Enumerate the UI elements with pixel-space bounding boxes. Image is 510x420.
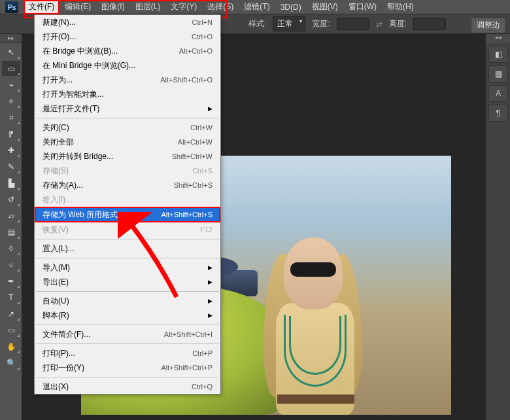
tool-dodge[interactable]: ○ xyxy=(2,257,20,272)
menu-item-label: 存储为(A)... xyxy=(42,180,174,191)
menubar-item-3[interactable]: 图层(L) xyxy=(130,0,166,14)
menubar-item-5[interactable]: 选择(S) xyxy=(202,0,239,14)
menu-item-label: 置入(L)... xyxy=(42,243,212,254)
menu-item-1[interactable]: 打开(O)...Ctrl+O xyxy=(35,29,220,44)
tool-blur[interactable]: ◊ xyxy=(2,241,20,256)
right-panel-dock: ◂◂ ◧▦A¶ xyxy=(485,34,510,420)
menubar-item-8[interactable]: 视图(V) xyxy=(307,0,343,14)
tool-flyout-indicator xyxy=(17,220,20,222)
panel-character[interactable]: A xyxy=(488,85,508,102)
tool-flyout-indicator xyxy=(17,367,20,370)
menu-item-label: 存储(S) xyxy=(42,166,192,177)
menu-item-label: 自动(U) xyxy=(42,296,204,307)
panel-paragraph[interactable]: ¶ xyxy=(488,105,508,122)
menu-separator xyxy=(36,258,219,258)
toolbox-collapse[interactable]: ▸▸ xyxy=(0,34,22,43)
height-input[interactable] xyxy=(413,18,446,30)
menu-item-label: 打开为... xyxy=(42,75,160,86)
menubar-item-9[interactable]: 窗口(W) xyxy=(343,0,382,14)
tool-history-brush[interactable]: ↺ xyxy=(2,192,20,207)
menu-item-14[interactable]: 存储为 Web 所用格式...Alt+Shift+Ctrl+S xyxy=(35,207,220,222)
menu-separator xyxy=(36,118,219,118)
tool-gradient[interactable]: ▤ xyxy=(2,224,20,239)
tool-hand[interactable]: ✋ xyxy=(2,339,20,354)
panel-swatches[interactable]: ▦ xyxy=(488,65,508,82)
menu-item-label: 在 Mini Bridge 中浏览(G)... xyxy=(42,60,212,71)
width-input[interactable] xyxy=(337,18,369,30)
menu-item-2[interactable]: 在 Bridge 中浏览(B)...Alt+Ctrl+O xyxy=(35,44,220,58)
tool-magic-wand[interactable]: ✧ xyxy=(2,94,20,109)
menu-item-label: 打印(P)... xyxy=(42,348,192,359)
tool-flyout-indicator xyxy=(17,334,20,337)
tool-eraser[interactable]: ▱ xyxy=(2,208,20,223)
tool-flyout-indicator xyxy=(17,171,20,173)
menubar-item-7[interactable]: 3D(D) xyxy=(275,1,307,14)
menu-item-0[interactable]: 新建(N)...Ctrl+N xyxy=(35,15,220,29)
adjust-edge-button[interactable]: 调整边 xyxy=(471,17,506,33)
chevron-down-icon: ▾ xyxy=(299,18,302,24)
panel-color[interactable]: ◧ xyxy=(488,46,508,63)
menu-item-11: 存储(S)Ctrl+S xyxy=(35,164,220,178)
menu-item-label: 关闭(C) xyxy=(42,122,190,133)
menubar-item-1[interactable]: 编辑(E) xyxy=(60,0,96,14)
submenu-arrow-icon: ▶ xyxy=(208,279,212,285)
style-label: 样式: xyxy=(248,18,266,29)
menu-item-30[interactable]: 退出(X)Ctrl+Q xyxy=(35,379,220,394)
menu-item-10[interactable]: 关闭并转到 Bridge...Shift+Ctrl+W xyxy=(35,149,220,164)
tool-brush[interactable]: ✎ xyxy=(2,159,20,174)
menu-item-28[interactable]: 打印一份(Y)Alt+Shift+Ctrl+P xyxy=(35,360,220,375)
menu-item-label: 打开(O)... xyxy=(42,31,192,43)
menu-item-23[interactable]: 脚本(R)▶ xyxy=(35,308,220,323)
menu-item-shortcut: Ctrl+Q xyxy=(192,383,212,391)
menu-item-shortcut: Ctrl+O xyxy=(192,33,212,41)
tool-healing[interactable]: ✚ xyxy=(2,143,20,158)
menu-item-label: 最近打开文件(T) xyxy=(42,103,204,114)
style-value: 正常 xyxy=(277,19,293,28)
tool-pen[interactable]: ✒ xyxy=(2,273,20,289)
panel-collapse[interactable]: ◂◂ xyxy=(486,34,510,43)
menu-item-9[interactable]: 关闭全部Alt+Ctrl+W xyxy=(35,135,220,149)
menu-item-label: 存储为 Web 所用格式... xyxy=(42,209,161,220)
style-select[interactable]: 正常 ▾ xyxy=(273,16,305,31)
menu-item-label: 导入(M) xyxy=(42,262,204,273)
menubar-item-2[interactable]: 图像(I) xyxy=(96,0,129,14)
tool-marquee[interactable]: ▭ xyxy=(2,61,20,76)
link-icon[interactable]: ⇄ xyxy=(376,20,382,29)
menubar-item-6[interactable]: 滤镜(T) xyxy=(239,0,275,14)
menu-item-19[interactable]: 导入(M)▶ xyxy=(35,260,220,275)
tool-rectangle[interactable]: ▭ xyxy=(2,323,20,338)
submenu-arrow-icon: ▶ xyxy=(208,298,212,304)
menu-item-label: 恢复(V) xyxy=(42,224,200,236)
menu-item-4[interactable]: 打开为...Alt+Shift+Ctrl+O xyxy=(35,73,220,87)
tool-flyout-indicator xyxy=(17,56,20,59)
menu-item-25[interactable]: 文件简介(F)...Alt+Shift+Ctrl+I xyxy=(35,327,220,341)
tool-move[interactable]: ↖ xyxy=(2,44,20,60)
menu-separator xyxy=(36,343,219,344)
tool-flyout-indicator xyxy=(17,105,20,108)
tool-crop[interactable]: ⌗ xyxy=(2,110,20,125)
menu-item-label: 文件简介(F)... xyxy=(42,329,164,340)
menu-item-shortcut: Shift+Ctrl+W xyxy=(172,152,212,160)
menu-item-27[interactable]: 打印(P)...Ctrl+P xyxy=(35,346,220,360)
tool-eyedropper[interactable]: ⁋ xyxy=(2,126,20,141)
menu-item-12[interactable]: 存储为(A)...Shift+Ctrl+S xyxy=(35,178,220,192)
menu-item-22[interactable]: 自动(U)▶ xyxy=(35,294,220,308)
menu-item-17[interactable]: 置入(L)... xyxy=(35,241,220,256)
menubar-item-0[interactable]: 文件(F) xyxy=(24,0,60,14)
menu-item-6[interactable]: 最近打开文件(T)▶ xyxy=(35,101,220,116)
menu-item-shortcut: Ctrl+W xyxy=(190,124,212,131)
tool-stamp[interactable]: ▙ xyxy=(2,175,20,190)
tool-type[interactable]: T xyxy=(2,290,20,305)
menu-item-shortcut: F12 xyxy=(200,226,212,234)
tool-lasso[interactable]: ⌁ xyxy=(2,77,20,92)
tool-flyout-indicator xyxy=(17,253,20,255)
tool-zoom[interactable]: 🔍 xyxy=(2,355,20,370)
menu-item-label: 新建(N)... xyxy=(42,17,192,28)
tool-path-select[interactable]: ↗ xyxy=(2,306,20,321)
menubar-item-10[interactable]: 帮助(H) xyxy=(382,0,419,14)
menu-item-3[interactable]: 在 Mini Bridge 中浏览(G)... xyxy=(35,58,220,73)
menu-item-5[interactable]: 打开为智能对象... xyxy=(35,87,220,101)
menu-item-20[interactable]: 导出(E)▶ xyxy=(35,275,220,289)
menu-item-8[interactable]: 关闭(C)Ctrl+W xyxy=(35,120,220,135)
menubar-item-4[interactable]: 文字(Y) xyxy=(165,0,202,14)
